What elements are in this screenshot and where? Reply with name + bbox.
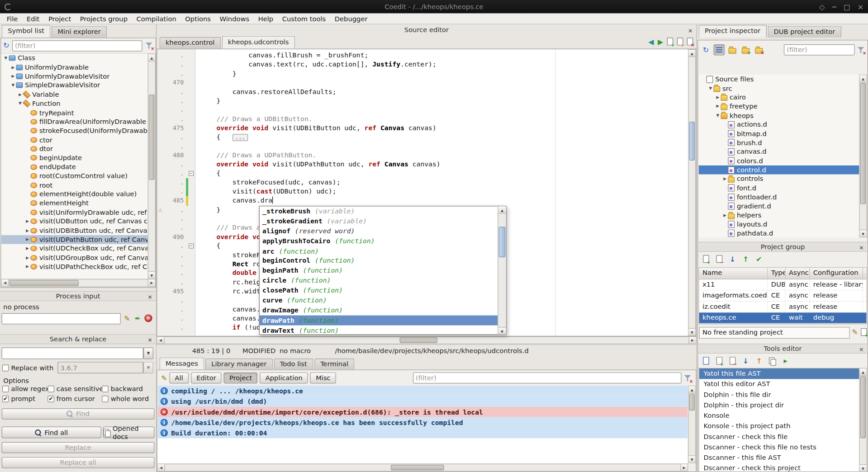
tree-item-fontloader-d[interactable]: fontloader.d xyxy=(698,193,860,202)
scroll-down-arrow[interactable]: ▼ xyxy=(688,328,695,335)
add-project-button[interactable]: + xyxy=(700,254,711,264)
scroll-right-arrow[interactable]: ▶ xyxy=(148,279,155,287)
move-project-down-button[interactable]: ↓ xyxy=(727,254,738,264)
column-header-async[interactable]: Async xyxy=(786,268,810,278)
gutter-line[interactable]: 485 xyxy=(157,197,195,206)
option-whole-word[interactable]: whole word xyxy=(102,395,149,403)
gutter-line[interactable]: . xyxy=(157,52,195,61)
message-row[interactable]: iBuild duration: 00:00:04 xyxy=(158,428,688,438)
code-line[interactable]: } xyxy=(200,97,688,106)
code-line[interactable] xyxy=(200,106,688,115)
expander-icon[interactable]: ▶ xyxy=(24,246,30,251)
close-icon[interactable]: × xyxy=(146,335,154,345)
tree-item-helpers[interactable]: ▶helpers xyxy=(698,211,860,220)
completion-item-arc[interactable]: arc(function) xyxy=(260,246,498,256)
scroll-thumb[interactable] xyxy=(499,227,506,258)
edit-free-standing-icon[interactable]: ✎ xyxy=(852,329,858,336)
tree-item-actions-d[interactable]: actions.d xyxy=(698,120,860,129)
replace-dropdown-icon[interactable]: ▼ xyxy=(143,362,153,373)
tree-item-controls[interactable]: ▶controls xyxy=(698,175,860,184)
menu-item-projects-group[interactable]: Projects group xyxy=(76,14,132,23)
replace-all-button[interactable]: Replace all xyxy=(2,457,155,468)
scroll-thumb[interactable] xyxy=(149,94,154,179)
clear-messages-icon[interactable]: ✎ xyxy=(161,374,167,382)
menu-item-custom-tools[interactable]: Custom tools xyxy=(278,14,330,23)
gutter-line[interactable]: . xyxy=(157,215,195,224)
fold-marker[interactable]: − xyxy=(189,171,194,176)
scroll-thumb[interactable] xyxy=(689,122,695,160)
code-line[interactable]: canvas.dra xyxy=(200,197,688,206)
files-scrollbar[interactable]: ▲▼ xyxy=(859,75,867,237)
cancel-process-icon[interactable]: × xyxy=(144,314,152,322)
gutter-line[interactable]: . xyxy=(157,305,195,314)
scroll-up-arrow[interactable]: ▲ xyxy=(688,50,695,57)
completion-item-strokebrush[interactable]: _strokeBrush(variable) xyxy=(260,206,498,216)
option-allow-regex[interactable]: allow regex xyxy=(2,385,49,393)
symbol-filter-input[interactable] xyxy=(12,40,142,51)
completion-item-begincontrol[interactable]: beginControl(function) xyxy=(260,256,498,266)
minimize-icon[interactable]: ─ xyxy=(832,3,836,10)
tool-item-yatol-this-editor-ast[interactable]: Yatol this editor AST xyxy=(699,379,860,389)
process-input-field[interactable] xyxy=(2,313,121,324)
tree-item-visit-udgroupbox-udc-ref-canvas[interactable]: ▶visit(UDGroupBox udc, ref Canvas xyxy=(1,253,147,262)
messages-horizontal-scrollbar[interactable]: ◀▶ xyxy=(157,464,688,472)
code-line[interactable]: canvas.fillBrush = _brushFont; xyxy=(200,52,688,61)
expander-icon[interactable]: ▶ xyxy=(722,177,728,181)
new-tool-button[interactable] xyxy=(700,355,711,366)
tab-messages[interactable]: Messages xyxy=(159,358,204,370)
tree-item-source-files[interactable]: Source files xyxy=(698,75,860,84)
tree-item-class[interactable]: ▼Class xyxy=(1,54,147,63)
gutter-line[interactable]: . xyxy=(157,97,195,106)
async-mode-button[interactable]: ✔ xyxy=(754,254,764,264)
tree-item-elementheight-double-value[interactable]: elementHeight(double value) xyxy=(1,190,147,199)
scroll-right-arrow[interactable]: ▶ xyxy=(680,464,688,471)
message-row[interactable]: ×/usr/include/dmd/druntime/import/core/e… xyxy=(158,407,688,417)
scroll-thumb[interactable] xyxy=(860,83,866,204)
filter-button-misc[interactable]: Misc xyxy=(310,373,336,383)
message-row[interactable]: icompiling / ... /kheops/kheops.ce xyxy=(158,386,688,396)
tab-library-manager[interactable]: Library manager xyxy=(205,359,273,370)
tab-symbol-list[interactable]: Symbol list xyxy=(2,25,51,38)
completion-item-drawimage[interactable]: drawImage(function) xyxy=(260,305,498,315)
gutter-line[interactable]: . xyxy=(157,269,195,278)
tree-view-button[interactable] xyxy=(714,44,725,55)
table-row-kheops-ce[interactable]: kheops.ceCEwaitdebug xyxy=(699,312,867,323)
tree-item-bitmap-d[interactable]: bitmap.d xyxy=(698,129,860,138)
search-input[interactable] xyxy=(2,348,143,359)
code-line[interactable]: visit(cast(UDButton) udc); xyxy=(200,188,688,197)
tree-item-visit-udpathcheckbox-udc-ref-can[interactable]: ▶visit(UDPathCheckBox udc, ref Can xyxy=(1,262,147,271)
scroll-up-arrow[interactable]: ▲ xyxy=(860,75,867,82)
tree-item-font-d[interactable]: font.d xyxy=(698,184,860,193)
tree-item-canvas-d[interactable]: canvas.d xyxy=(698,147,860,156)
message-row[interactable]: iusing /usr/bin/dmd (dmd) xyxy=(158,396,688,406)
completion-item-beginpath[interactable]: beginPath(function) xyxy=(260,266,498,276)
move-tool-up-button[interactable]: ↑ xyxy=(754,355,764,366)
expander-icon[interactable]: ▼ xyxy=(17,101,23,106)
gutter-line[interactable]: 490 xyxy=(157,233,195,242)
menu-item-options[interactable]: Options xyxy=(181,14,215,23)
tree-item-layouts-d[interactable]: layouts.d xyxy=(698,220,860,229)
tree-item-visit-udbitbutton-udc-ref-canvas-c[interactable]: ▶visit(UDBitButton udc, ref Canvas c xyxy=(1,226,147,235)
option-from-cursor[interactable]: ✔from cursor xyxy=(47,395,95,403)
tool-item-dscanner-check-this-file-no-tests[interactable]: Dscanner - check this file no tests xyxy=(699,442,860,453)
scroll-left-arrow[interactable]: ◀ xyxy=(158,464,165,471)
expander-icon[interactable]: ▶ xyxy=(24,219,30,224)
tree-item-beginupdate[interactable]: beginUpdate xyxy=(1,153,147,162)
expander-icon[interactable]: ▶ xyxy=(24,237,30,242)
gutter-line[interactable]: . xyxy=(157,224,195,233)
gutter-line[interactable]: 495 xyxy=(157,287,195,296)
messages-filter-input[interactable] xyxy=(413,373,682,383)
gutter-line[interactable]: .⚠ xyxy=(157,206,195,215)
code-line[interactable]: canvas.restoreAllDefaults; xyxy=(200,88,688,97)
tree-item-simpledrawablevisitor[interactable]: ▼SimpleDrawableVisitor xyxy=(1,81,147,90)
completion-item-drawtext[interactable]: drawText(function) xyxy=(260,325,498,334)
tree-item-root[interactable]: root xyxy=(1,181,147,190)
expander-icon[interactable]: ▼ xyxy=(707,86,713,90)
code-line[interactable]: strokeFocused(udc, canvas); xyxy=(200,179,688,188)
filter-button-project[interactable]: Project xyxy=(224,373,258,383)
menu-item-compilation[interactable]: Compilation xyxy=(132,14,181,23)
filter-funnel-icon[interactable]: × xyxy=(145,42,153,50)
project-funnel-icon[interactable]: × xyxy=(857,46,865,54)
menu-item-help[interactable]: Help xyxy=(254,14,278,23)
table-row-x11[interactable]: x11DUBasyncrelease - library xyxy=(699,279,867,290)
